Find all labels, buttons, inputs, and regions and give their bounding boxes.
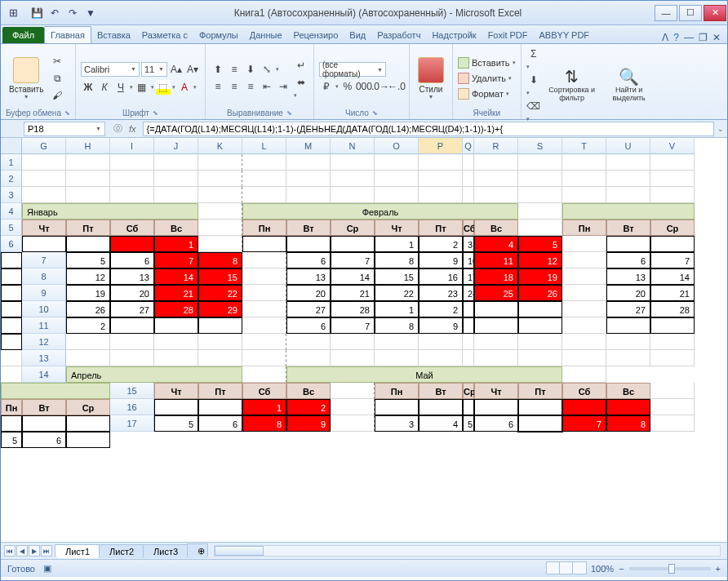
- sort-filter-button[interactable]: ⇅ Сортировка и фильтр: [544, 47, 600, 122]
- cal-cell[interactable]: 8: [242, 415, 286, 432]
- col-header[interactable]: K: [198, 138, 242, 154]
- cal-cell[interactable]: [1, 334, 22, 350]
- sheet-tab-new[interactable]: ⊕: [187, 543, 208, 558]
- cell[interactable]: [286, 187, 331, 203]
- row-header[interactable]: 12: [22, 334, 66, 350]
- doc-close-icon[interactable]: ✕: [712, 32, 721, 43]
- sheet-tab[interactable]: Лист1: [55, 544, 100, 558]
- font-color-icon[interactable]: A: [177, 80, 192, 95]
- close-button[interactable]: ✕: [704, 5, 726, 21]
- month-header-jun[interactable]: [1, 383, 110, 399]
- day-header[interactable]: Вт: [419, 383, 463, 399]
- tab-developer[interactable]: Разработч: [371, 27, 426, 43]
- cal-cell[interactable]: [474, 301, 518, 317]
- row-header[interactable]: 11: [22, 317, 66, 334]
- cal-cell[interactable]: 7: [650, 252, 695, 268]
- cal-cell[interactable]: [242, 236, 286, 252]
- cell[interactable]: [331, 383, 375, 399]
- cell[interactable]: [562, 334, 606, 350]
- day-header[interactable]: Ср: [331, 220, 375, 236]
- row-header[interactable]: 13: [22, 350, 66, 366]
- fill-color-icon[interactable]: ⬚: [156, 80, 171, 95]
- cell[interactable]: [22, 187, 66, 203]
- day-header[interactable]: Пн: [375, 383, 419, 399]
- cell[interactable]: [110, 154, 154, 171]
- align-left-icon[interactable]: ≡: [211, 79, 225, 94]
- month-header-jan[interactable]: Январь: [22, 203, 198, 220]
- shrink-font-icon[interactable]: A▾: [185, 62, 200, 77]
- cell[interactable]: [518, 171, 562, 187]
- cell[interactable]: [650, 171, 695, 187]
- cell[interactable]: [242, 366, 286, 383]
- cell[interactable]: [198, 236, 242, 252]
- cal-cell[interactable]: 9: [419, 252, 463, 268]
- macro-record-icon[interactable]: ▣: [35, 563, 51, 574]
- cal-cell[interactable]: [606, 399, 650, 415]
- col-header[interactable]: S: [518, 138, 562, 154]
- fx-cancel-icon[interactable]: ⓪: [105, 122, 122, 135]
- cell[interactable]: [375, 334, 419, 350]
- cell[interactable]: [474, 334, 518, 350]
- cal-cell[interactable]: 12: [518, 252, 562, 268]
- cal-cell[interactable]: [1, 252, 22, 268]
- wrap-text-icon[interactable]: ↵: [294, 58, 309, 73]
- align-center-icon[interactable]: ≡: [227, 79, 242, 94]
- cell[interactable]: [474, 350, 518, 366]
- minimize-button[interactable]: —: [655, 5, 677, 21]
- cal-cell[interactable]: 5: [518, 236, 562, 252]
- col-header[interactable]: U: [606, 138, 650, 154]
- day-header[interactable]: Сб: [110, 220, 154, 236]
- bold-icon[interactable]: Ж: [81, 80, 95, 95]
- number-format-select[interactable]: (все форматы)▼: [319, 62, 386, 77]
- month-header-apr[interactable]: Апрель: [66, 366, 242, 383]
- cell[interactable]: [198, 203, 242, 220]
- day-header[interactable]: Пт: [198, 383, 242, 399]
- col-header[interactable]: O: [375, 138, 419, 154]
- cell[interactable]: [286, 171, 331, 187]
- cell[interactable]: [286, 334, 331, 350]
- cal-cell[interactable]: 23: [419, 285, 463, 301]
- cal-cell[interactable]: 14: [154, 268, 198, 285]
- cal-cell[interactable]: [1, 285, 22, 301]
- cell[interactable]: [110, 350, 154, 366]
- cell[interactable]: [154, 187, 198, 203]
- cal-cell[interactable]: [474, 399, 518, 415]
- cal-cell[interactable]: 6: [286, 317, 331, 334]
- cal-cell[interactable]: 27: [286, 301, 331, 317]
- cell[interactable]: [562, 350, 606, 366]
- autosum-icon[interactable]: Σ: [526, 47, 541, 61]
- day-header[interactable]: Пн: [562, 220, 606, 236]
- cal-cell[interactable]: 5: [463, 415, 474, 432]
- redo-icon[interactable]: ↷: [64, 5, 81, 21]
- cell[interactable]: [419, 350, 463, 366]
- cal-cell[interactable]: 1: [154, 236, 198, 252]
- sheet-nav-last-icon[interactable]: ⏭: [41, 545, 52, 557]
- cell[interactable]: [66, 350, 110, 366]
- cal-cell[interactable]: [110, 236, 154, 252]
- align-top-icon[interactable]: ⬆: [211, 62, 225, 77]
- dec-decimal-icon[interactable]: ←.0: [389, 79, 404, 94]
- cell[interactable]: [66, 334, 110, 350]
- cal-cell[interactable]: 10: [463, 252, 474, 268]
- cal-cell[interactable]: 16: [419, 268, 463, 285]
- tab-abbyy[interactable]: ABBYY PDF: [534, 27, 596, 43]
- cell[interactable]: [562, 187, 606, 203]
- day-header[interactable]: Вт: [22, 399, 66, 415]
- cal-cell[interactable]: 6: [606, 252, 650, 268]
- day-header[interactable]: Вс: [606, 383, 650, 399]
- cell[interactable]: [242, 252, 286, 268]
- cal-cell[interactable]: 4: [419, 415, 463, 432]
- cell[interactable]: [518, 203, 562, 220]
- cell[interactable]: [110, 187, 154, 203]
- cell[interactable]: [419, 334, 463, 350]
- view-buttons[interactable]: [547, 561, 586, 576]
- styles-button[interactable]: Стили ▼: [415, 47, 447, 109]
- grow-font-icon[interactable]: A▴: [169, 62, 184, 77]
- zoom-in-icon[interactable]: +: [716, 564, 721, 574]
- cal-cell[interactable]: 15: [375, 268, 419, 285]
- row-header[interactable]: 3: [1, 187, 22, 203]
- cal-cell[interactable]: 2: [419, 236, 463, 252]
- orientation-icon[interactable]: ⤡: [260, 62, 274, 77]
- day-header[interactable]: Пт: [518, 383, 562, 399]
- cal-cell[interactable]: 25: [474, 285, 518, 301]
